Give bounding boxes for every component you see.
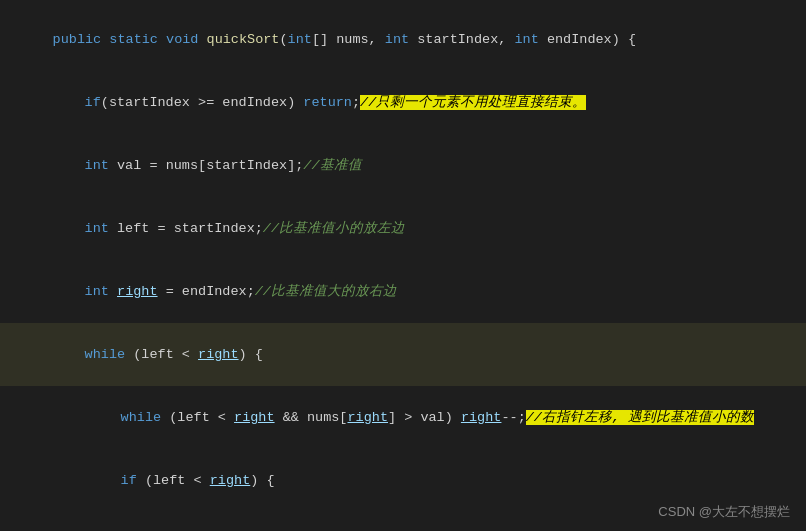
code-line-7: while (left < right && nums[right] > val… xyxy=(0,386,806,449)
code-line-3: int val = nums[startIndex];//基准值 xyxy=(0,134,806,197)
keyword: public xyxy=(53,32,110,47)
var-right: right xyxy=(117,284,158,299)
code-line-4: int left = startIndex;//比基准值小的放左边 xyxy=(0,197,806,260)
code-editor: public static void quickSort(int[] nums,… xyxy=(0,0,806,531)
function-name: quickSort xyxy=(207,32,280,47)
comment-highlight: //只剩一个元素不用处理直接结束。 xyxy=(360,95,586,110)
comment-highlight-2: //右指针左移, 遇到比基准值小的数 xyxy=(526,410,754,425)
code-line-2: if(startIndex >= endIndex) return;//只剩一个… xyxy=(0,71,806,134)
code-line-6: while (left < right) { xyxy=(0,323,806,386)
code-line-1: public static void quickSort(int[] nums,… xyxy=(0,8,806,71)
code-line-5: int right = endIndex;//比基准值大的放右边 xyxy=(0,260,806,323)
watermark: CSDN @大左不想摆烂 xyxy=(658,503,790,521)
